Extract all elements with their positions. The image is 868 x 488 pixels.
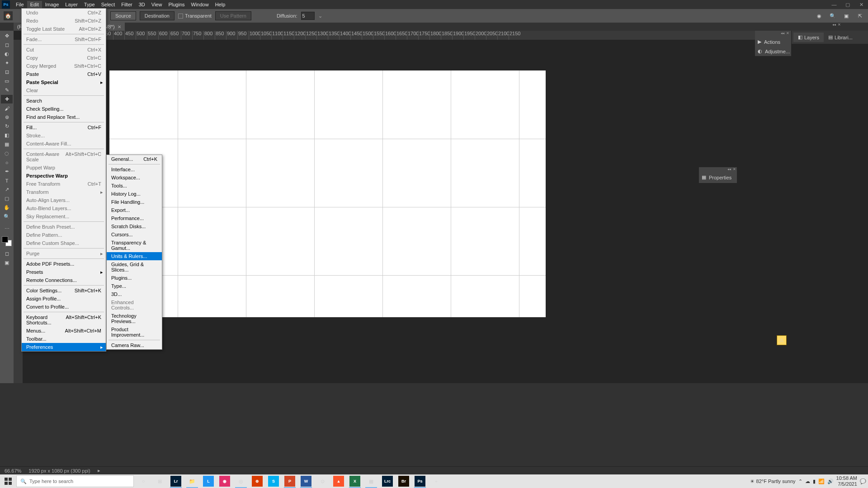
battery-icon[interactable]: ▮: [813, 479, 816, 484]
menu-item-color-settings[interactable]: Color Settings...Shift+Ctrl+K: [22, 286, 106, 295]
menu-item-paste-special[interactable]: Paste Special: [22, 78, 106, 86]
menu-item-find-and-replace-text[interactable]: Find and Replace Text...: [22, 113, 106, 121]
menu-image[interactable]: Image: [42, 1, 62, 8]
taskbar-word-icon[interactable]: W: [298, 474, 314, 488]
crop-tool[interactable]: ⊡: [1, 68, 13, 76]
taskbar-excel-icon[interactable]: X: [347, 474, 363, 488]
dodge-tool[interactable]: ○: [1, 158, 13, 167]
taskbar-cortana-icon[interactable]: ○: [136, 474, 151, 488]
color-swatches[interactable]: [1, 235, 13, 249]
wifi-icon[interactable]: 📶: [818, 479, 825, 484]
transparent-checkbox[interactable]: Transparent: [178, 13, 212, 19]
frame-tool[interactable]: ▭: [1, 77, 13, 85]
menu-item-puppet-warp[interactable]: Puppet Warp: [22, 164, 106, 172]
taskbar-calc-icon[interactable]: ▦: [363, 474, 379, 488]
diffusion-input[interactable]: [301, 12, 315, 20]
menu-item-copy[interactable]: CopyCtrl+C: [22, 54, 106, 62]
menu-item-d[interactable]: 3D...: [107, 290, 162, 298]
pen-tool[interactable]: ✒: [1, 167, 13, 176]
gradient-tool[interactable]: ▦: [1, 140, 13, 149]
search-icon[interactable]: 🔍: [828, 11, 837, 20]
taskbar-chrome-icon[interactable]: ◎: [233, 474, 249, 488]
menu-select[interactable]: Select: [98, 1, 118, 8]
shape-tool[interactable]: ▢: [1, 194, 13, 203]
menu-item-scratch-disks[interactable]: Scratch Disks...: [107, 222, 162, 230]
taskbar-skype-icon[interactable]: S: [266, 474, 281, 488]
menu-edit[interactable]: Edit: [27, 1, 42, 8]
alert-icon[interactable]: ⚠: [777, 335, 787, 345]
menu-item-copy-merged[interactable]: Copy MergedShift+Ctrl+C: [22, 62, 106, 70]
path-tool[interactable]: ↗: [1, 185, 13, 194]
taskbar-office-icon[interactable]: ⊕: [250, 474, 265, 488]
menu-item-undo[interactable]: UndoCtrl+Z: [22, 9, 106, 17]
edit-toolbar-icon[interactable]: ⋯: [1, 225, 13, 233]
brush-tool[interactable]: 🖌: [1, 104, 13, 113]
menu-item-purge[interactable]: Purge: [22, 249, 106, 258]
share-icon[interactable]: ⇱: [855, 11, 864, 20]
hand-tool[interactable]: ✋: [1, 203, 13, 212]
weather-widget[interactable]: ☀82°F Partly sunny: [750, 479, 796, 484]
menu-item-menus[interactable]: Menus...Alt+Shift+Ctrl+M: [22, 327, 106, 335]
menu-item-define-custom-shape[interactable]: Define Custom Shape...: [22, 239, 106, 247]
menu-filter[interactable]: Filter: [118, 1, 135, 8]
status-arrow-icon[interactable]: ▸: [98, 468, 100, 474]
menu-item-check-spelling[interactable]: Check Spelling...: [22, 105, 106, 113]
menu-item-convert-to-profile[interactable]: Convert to Profile...: [22, 303, 106, 311]
dropdown-arrow-icon[interactable]: ⌄: [318, 13, 322, 19]
menu-view[interactable]: View: [148, 1, 165, 8]
notifications-icon[interactable]: 💬: [860, 479, 866, 484]
blur-tool[interactable]: ◌: [1, 149, 13, 158]
taskbar-instagram-icon[interactable]: ◉: [217, 474, 232, 488]
menu-item-cursors[interactable]: Cursors...: [107, 230, 162, 239]
menu-item-paste[interactable]: PasteCtrl+V: [22, 70, 106, 78]
menu-item-content-aware-scale[interactable]: Content-Aware ScaleAlt+Shift+Ctrl+C: [22, 150, 106, 164]
menu-type[interactable]: Type: [81, 1, 98, 8]
menu-item-preferences[interactable]: Preferences: [22, 343, 106, 351]
menu-item-adobe-pdf-presets[interactable]: Adobe PDF Presets...: [22, 260, 106, 268]
properties-panel-tab[interactable]: ▦Properties: [699, 172, 737, 183]
menu-item-stroke[interactable]: Stroke...: [22, 131, 106, 140]
menu-item-presets[interactable]: Presets: [22, 268, 106, 276]
menu-item-fill[interactable]: Fill...Ctrl+F: [22, 123, 106, 131]
menu-item-product-improvement[interactable]: Product Improvement...: [107, 325, 162, 339]
close-icon[interactable]: ✕: [733, 167, 736, 172]
marquee-tool[interactable]: ◻: [1, 41, 13, 49]
foreground-color[interactable]: [2, 236, 8, 243]
tab-close-icon[interactable]: ✕: [118, 24, 121, 29]
menu-item-file-handling[interactable]: File Handling...: [107, 198, 162, 206]
expand-icon[interactable]: ◂◂: [727, 167, 731, 172]
workspace-icon[interactable]: ▣: [842, 11, 851, 20]
home-icon[interactable]: 🏠: [4, 11, 13, 20]
menu-item-sky-replacement[interactable]: Sky Replacement...: [22, 212, 106, 221]
type-tool[interactable]: T: [1, 176, 13, 185]
menu-item-technology-previews[interactable]: Technology Previews...: [107, 312, 162, 325]
menu-item-content-aware-fill[interactable]: Content-Aware Fill...: [22, 140, 106, 148]
maximize-button[interactable]: ▢: [841, 0, 854, 9]
menu-help[interactable]: Help: [212, 1, 229, 8]
menu-item-clear[interactable]: Clear: [22, 86, 106, 94]
eraser-tool[interactable]: ◧: [1, 131, 13, 140]
expand-icon[interactable]: ◂◂: [781, 31, 784, 37]
onedrive-icon[interactable]: ☁: [805, 479, 810, 484]
close-panel-icon[interactable]: ✕: [838, 23, 841, 27]
history-tool[interactable]: ↻: [1, 122, 13, 131]
taskbar-app3-icon[interactable]: ▫: [429, 474, 444, 488]
taskbar-lightroom-icon[interactable]: Lr: [168, 474, 184, 488]
menu-item-interface[interactable]: Interface...: [107, 165, 162, 174]
menu-item-type[interactable]: Type...: [107, 282, 162, 290]
menu-plugins[interactable]: Plugins: [165, 1, 188, 8]
layers-tab[interactable]: ◧Layers: [793, 33, 824, 42]
menu-item-cut[interactable]: CutCtrl+X: [22, 46, 106, 54]
clock[interactable]: 10:58 AM7/5/2021: [836, 475, 857, 487]
menu-window[interactable]: Window: [188, 1, 212, 8]
menu-item-define-brush-preset[interactable]: Define Brush Preset...: [22, 223, 106, 231]
menu-item-redo[interactable]: RedoShift+Ctrl+Z: [22, 17, 106, 25]
use-pattern-button[interactable]: Use Pattern: [215, 11, 251, 20]
quickmask-icon[interactable]: ◻: [1, 249, 13, 258]
actions-panel-tab[interactable]: ▶Actions: [755, 37, 791, 47]
taskbar-lrc-icon[interactable]: Lrc: [380, 474, 395, 488]
collapse-icon[interactable]: ◂◂: [832, 23, 836, 27]
menu-item-units-rulers[interactable]: Units & Rulers...: [107, 252, 162, 260]
menu-item-perspective-warp[interactable]: Perspective Warp: [22, 172, 106, 180]
menu-item-camera-raw[interactable]: Camera Raw...: [107, 341, 162, 349]
